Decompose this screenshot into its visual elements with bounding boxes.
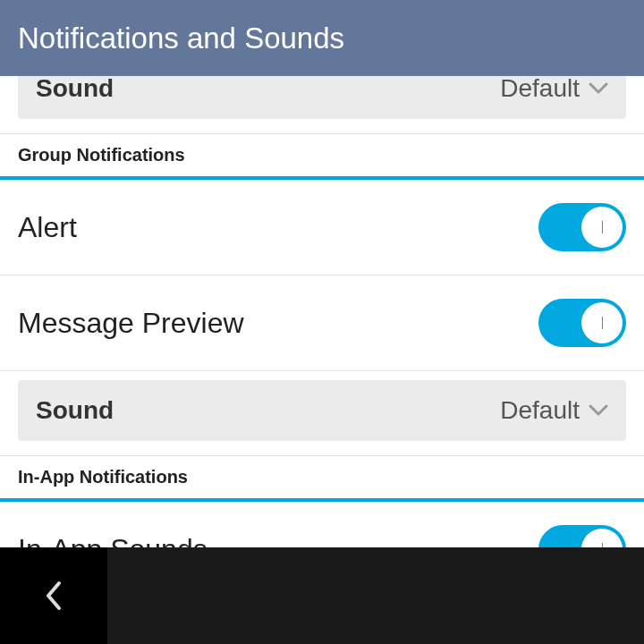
chevron-down-icon (589, 82, 608, 95)
alert-row[interactable]: Alert (0, 180, 644, 275)
inapp-sounds-label: In-App Sounds (18, 533, 208, 548)
inapp-sounds-row[interactable]: In-App Sounds (0, 502, 644, 547)
dropdown-label: Sound (36, 76, 114, 103)
bottom-bar (0, 547, 644, 644)
section-header-group: Group Notifications (0, 133, 644, 180)
dropdown-value-wrap: Default (500, 396, 608, 425)
message-preview-row[interactable]: Message Preview (0, 275, 644, 371)
content-area: Sound Default Group Notifications Alert … (0, 76, 644, 547)
group-sound-dropdown[interactable]: Sound Default (18, 380, 626, 441)
toggle-knob (581, 529, 623, 547)
chevron-left-icon (44, 580, 64, 612)
message-preview-label: Message Preview (18, 307, 244, 340)
section-header-inapp: In-App Notifications (0, 455, 644, 502)
toggle-knob (581, 302, 623, 343)
back-button[interactable] (0, 547, 107, 644)
toggle-knob (581, 207, 623, 248)
section-title: In-App Notifications (18, 467, 188, 487)
dropdown-value-text: Default (500, 396, 580, 425)
section-title: Group Notifications (18, 145, 185, 165)
alert-toggle[interactable] (538, 203, 626, 251)
page-header: Notifications and Sounds (0, 0, 644, 76)
message-preview-toggle[interactable] (538, 299, 626, 347)
toggle-tick-icon (602, 317, 603, 329)
chevron-down-icon (589, 404, 608, 417)
page-title: Notifications and Sounds (18, 21, 344, 55)
alert-label: Alert (18, 211, 77, 244)
sound-dropdown-partial[interactable]: Sound Default (18, 76, 626, 119)
divider-diagonal (107, 547, 143, 644)
dropdown-label: Sound (36, 396, 114, 425)
toggle-tick-icon (602, 221, 603, 233)
dropdown-value-wrap: Default (500, 76, 608, 103)
inapp-sounds-toggle[interactable] (538, 525, 626, 547)
dropdown-value-text: Default (500, 76, 580, 103)
